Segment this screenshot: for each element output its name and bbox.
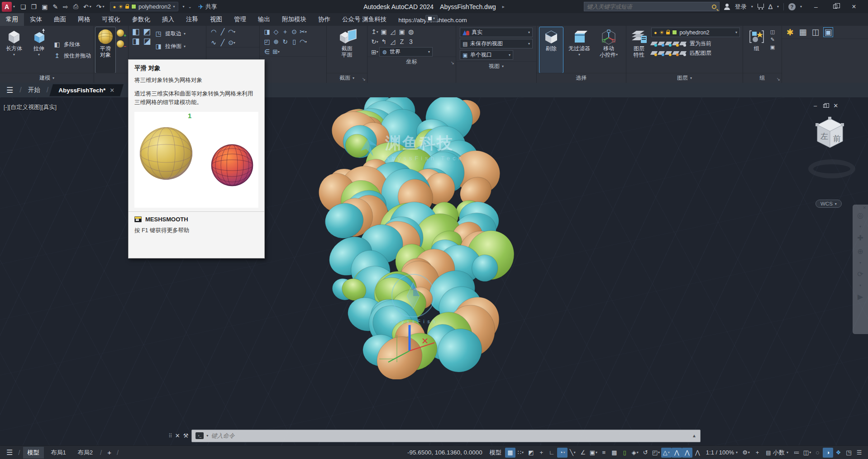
redo[interactable]: ↷▾ [96, 3, 105, 10]
layer-tool-icon[interactable] [650, 51, 658, 55]
quick-layer-combo[interactable]: ● ☀ polyhedron2 ▾ [110, 2, 178, 11]
navbar-caret[interactable]: ▾ [859, 261, 861, 265]
selection-cycling[interactable]: ▯▾ [620, 448, 630, 458]
named-views-combo[interactable]: ▤未保存的视图▾ [460, 39, 533, 48]
draw-tool[interactable]: ╱▾ [218, 38, 227, 47]
new-file[interactable]: ❏▾ [20, 3, 26, 10]
command-line-close-icon[interactable]: ✕ [175, 432, 180, 439]
groups-dialog-launcher[interactable]: ↘ [777, 76, 780, 81]
grid-display[interactable]: ▦▾ [505, 448, 515, 458]
set-current-button[interactable]: 置为当前 [690, 40, 711, 48]
save-as-file[interactable]: ✎▾ [52, 3, 58, 10]
viewcube[interactable]: 左 前 [809, 114, 851, 153]
orbit-icon[interactable]: ⟳ [857, 270, 863, 278]
layer-tool-icon[interactable] [672, 51, 679, 55]
autodesk-icon[interactable]: ∆ [768, 3, 773, 10]
tab-annotate[interactable]: 注释 [180, 13, 204, 26]
tab-home[interactable]: 常用 [0, 13, 24, 26]
viewport-close-icon[interactable]: ✕ [833, 102, 838, 109]
tab-wechat[interactable]: 公众号 渊鱼科技 [336, 13, 392, 26]
tab-manage[interactable]: 管理 [228, 13, 252, 26]
search-box[interactable] [584, 2, 720, 11]
command-input-field[interactable]: ›_ ▾ ▲ [191, 430, 701, 442]
help-icon[interactable]: ? [788, 3, 796, 10]
ucs-tool[interactable]: ↥▾ [370, 27, 379, 36]
ucs-tool[interactable]: ↻▾ [370, 37, 379, 46]
modify-tool[interactable]: ⊞▾ [272, 47, 281, 56]
panel-label-coordinates[interactable]: 坐标↘ [367, 57, 456, 67]
sign-in-button[interactable]: 登录 [735, 3, 747, 11]
viewcube-ring[interactable] [808, 159, 855, 178]
ucs-tool[interactable]: ▣▾ [379, 27, 388, 36]
command-icon[interactable]: ›_ [196, 432, 204, 439]
object-snap-tracking[interactable]: ∠▾ [578, 448, 588, 458]
layer-tool-icon[interactable] [665, 42, 672, 45]
autocad-logo[interactable]: A [2, 2, 12, 12]
plot[interactable]: ⎙▾ [73, 3, 78, 10]
file-tab-start[interactable]: 开始 [23, 83, 46, 97]
customization[interactable]: ☰▾ [854, 448, 864, 458]
visual-style-combo[interactable]: 真实▾ [460, 28, 533, 37]
group-tool[interactable]: ◫ [768, 29, 777, 35]
search-input[interactable] [587, 4, 712, 10]
layer-tool-icon[interactable] [665, 51, 672, 55]
snap-mode[interactable]: ∷▾ [515, 448, 526, 458]
tab-output[interactable]: 输出 [252, 13, 276, 26]
tab-surface[interactable]: 曲面 [48, 13, 72, 26]
undo[interactable]: ↶▾ [83, 3, 91, 10]
sign-in-caret[interactable]: ▾ [751, 5, 753, 9]
extrude-button[interactable]: 拉伸 ▾ [28, 27, 50, 73]
layer-combo-caret[interactable]: ▾ [173, 5, 175, 9]
extrude-faces-caret[interactable]: ▾ [184, 44, 186, 48]
presspull-button[interactable]: ↥按住并拖动 [52, 50, 91, 61]
coordinates-display[interactable]: -95.6500, 106.1360, 0.0000 [407, 449, 482, 456]
section-plane-button[interactable]: 截面 平面 [334, 27, 360, 73]
autodesk-caret[interactable]: ▾ [777, 5, 779, 9]
pan-icon[interactable]: ✚ [857, 234, 863, 242]
command-line-settings-icon[interactable]: ⚒ [183, 432, 189, 439]
close-file-tab-icon[interactable]: ✕ [110, 87, 114, 94]
showmotion-icon[interactable]: ▶ [858, 292, 863, 301]
minimize-button[interactable]: – [806, 0, 825, 13]
tab-insert[interactable]: 插入 [156, 13, 180, 26]
viewport-controls-label[interactable]: [-][自定义视图][真实] [4, 103, 57, 111]
modify-tool[interactable]: ◨▾ [262, 27, 272, 36]
file-tabs-menu-icon[interactable]: ☰ [6, 86, 13, 95]
coordinates-dialog-launcher[interactable]: ↘ [451, 60, 454, 65]
viewcube-front-face[interactable]: 前 [833, 134, 841, 143]
group-tool[interactable]: ▣ [768, 44, 777, 50]
no-filter-button[interactable]: 无过滤器 ▾ [565, 27, 593, 73]
zoom-icon[interactable]: ⊕ [857, 247, 863, 256]
open-from-web-mobile[interactable]: ⇨▾ [63, 3, 68, 10]
open-file[interactable]: ❐▾ [31, 3, 37, 10]
tab-parametric[interactable]: 参数化 [126, 13, 157, 26]
save-file[interactable]: ▣▾ [42, 3, 48, 10]
solid-edit-tool[interactable]: ◩ [143, 27, 152, 36]
ribbon-display-toggle[interactable]: ▾ [425, 15, 438, 22]
layer-tool-icon[interactable] [672, 42, 679, 45]
viewport-minimize-icon[interactable]: – [814, 102, 817, 109]
group-tool[interactable]: ✎ [768, 36, 777, 43]
lineweight-display[interactable]: ≡▾ [599, 448, 609, 458]
graphics-performance[interactable]: ◑▾ [823, 448, 833, 458]
annotation-monitor-button[interactable]: + [752, 448, 763, 458]
file-tab-document[interactable]: AbyssFishTech* ✕ [49, 84, 124, 96]
draw-tool[interactable]: ∿▾ [209, 38, 218, 47]
box-caret[interactable]: ▾ [13, 52, 15, 58]
panel-label-section[interactable]: 截面▾↘ [327, 73, 367, 83]
layer-tool-icon[interactable] [679, 51, 687, 55]
autosnap-marker[interactable]: ⋀▾ [672, 448, 682, 458]
section-dialog-launcher[interactable]: ↘ [362, 76, 366, 81]
object-snap[interactable]: ▣▾ [588, 448, 599, 458]
quick-properties[interactable]: ≔▾ [792, 448, 802, 458]
panel-label-layers[interactable]: 图层▾ [626, 73, 743, 83]
isolate-objects[interactable]: ◌▾ [812, 448, 823, 458]
layout-tab-model[interactable]: 模型 [23, 447, 44, 459]
infer-constraints[interactable]: ◩▾ [526, 448, 536, 458]
new-feature-icon[interactable]: ✱ [786, 28, 795, 37]
move-gizmo-caret[interactable]: ▾ [616, 52, 618, 58]
share-button[interactable]: 共享 [205, 3, 217, 11]
viewport-config-combo[interactable]: ▣单个视口▾ [460, 50, 513, 60]
navbar-caret[interactable]: ▾ [859, 225, 861, 229]
tab-addins[interactable]: 附加模块 [276, 13, 312, 26]
